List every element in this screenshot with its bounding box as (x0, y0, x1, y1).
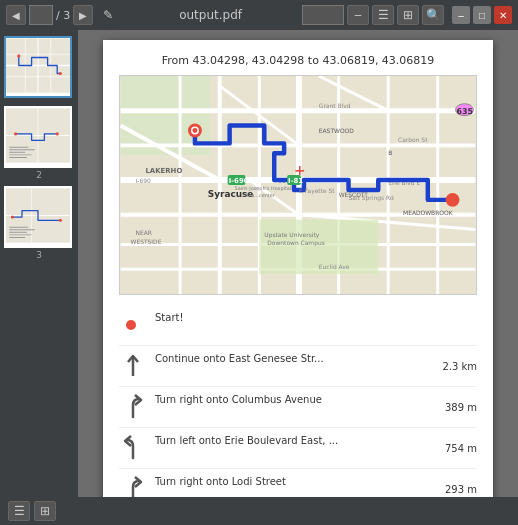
edit-icon[interactable]: ✎ (97, 5, 119, 25)
view-mode-button[interactable]: ⊞ (397, 5, 419, 25)
dir-text-4: Turn right onto Lodi Street (155, 475, 427, 489)
zoom-input[interactable]: 100% (302, 5, 344, 25)
svg-text:LAKERHO: LAKERHO (145, 167, 182, 175)
pdf-content: From 43.04298, 43.04298 to 43.06819, 43.… (78, 30, 518, 497)
page-number-input[interactable]: 1 (29, 5, 53, 25)
svg-rect-15 (9, 149, 35, 150)
svg-point-8 (59, 72, 62, 75)
direction-row-3: Turn left onto Erie Boulevard East, ... … (119, 428, 477, 469)
zoom-menu-button[interactable]: ☰ (372, 5, 394, 25)
svg-rect-24 (9, 227, 28, 228)
svg-rect-14 (9, 147, 28, 148)
svg-text:WESTSIDE: WESTSIDE (131, 238, 162, 245)
dir-dist-2: 389 m (435, 402, 477, 413)
dir-text-2: Turn right onto Columbus Avenue (155, 393, 427, 407)
svg-rect-26 (9, 232, 27, 233)
svg-text:635: 635 (457, 107, 474, 116)
thumb-map-3 (6, 188, 70, 243)
bottombar: ☰ ⊞ (0, 497, 518, 525)
pdf-page: From 43.04298, 43.04298 to 43.06819, 43.… (103, 40, 493, 497)
dir-dist-1: 2.3 km (435, 361, 477, 372)
svg-point-22 (11, 216, 14, 219)
svg-text:E Fayette St: E Fayette St (299, 187, 335, 195)
svg-point-23 (59, 219, 62, 222)
svg-text:Upstate University: Upstate University (264, 231, 319, 239)
close-button[interactable]: ✕ (494, 6, 512, 24)
window-controls: – □ ✕ (452, 6, 512, 24)
svg-point-12 (14, 132, 17, 135)
svg-text:I-690: I-690 (135, 177, 150, 184)
sidebar: 2 3 (0, 30, 78, 497)
svg-text:Grant Blvd: Grant Blvd (319, 102, 351, 109)
dir-text-1: Continue onto East Genesee Str... (155, 352, 427, 366)
page-total: / 3 (56, 9, 70, 22)
turn-left-icon (119, 434, 147, 462)
thumb-frame-2 (4, 106, 72, 168)
start-icon (119, 311, 147, 339)
thumb-map-1 (6, 38, 70, 93)
zoom-out-button[interactable]: – (347, 5, 369, 25)
page-header: From 43.04298, 43.04298 to 43.06819, 43.… (162, 54, 435, 67)
svg-rect-18 (9, 157, 27, 158)
bottombar-btn-2[interactable]: ⊞ (34, 501, 56, 521)
thumbnail-1[interactable] (4, 36, 74, 100)
dir-dist-4: 293 m (435, 484, 477, 495)
turn-right-icon (119, 393, 147, 421)
thumbnail-2[interactable]: 2 (4, 106, 74, 180)
dir-dist-3: 754 m (435, 443, 477, 454)
svg-text:Carbon St: Carbon St (398, 136, 428, 143)
thumb-frame-3 (4, 186, 72, 248)
svg-point-71 (192, 128, 197, 133)
svg-rect-16 (9, 152, 25, 153)
dir-text-3: Turn left onto Erie Boulevard East, ... (155, 434, 427, 448)
svg-rect-17 (9, 154, 31, 155)
straight-icon (119, 352, 147, 380)
svg-text:B: B (388, 149, 392, 156)
map-svg: LAKERHO NEAR WESTSIDE EASTWOOD B Syracus… (120, 76, 476, 294)
page-navigation: ◀ 1 / 3 ▶ (6, 5, 93, 25)
map-image: LAKERHO NEAR WESTSIDE EASTWOOD B Syracus… (119, 75, 477, 295)
minimize-button[interactable]: – (452, 6, 470, 24)
svg-text:Saint-Joseph's Hospital: Saint-Joseph's Hospital (235, 185, 292, 192)
direction-row-2: Turn right onto Columbus Avenue 389 m (119, 387, 477, 428)
start-dot (126, 320, 136, 330)
main-area: 2 3 (0, 30, 518, 497)
direction-row-start: Start! (119, 305, 477, 346)
document-title: output.pdf (123, 8, 298, 22)
svg-text:Salt Springs Rd: Salt Springs Rd (349, 194, 395, 202)
svg-text:I-690: I-690 (229, 177, 249, 185)
svg-rect-25 (9, 229, 35, 230)
svg-text:EASTWOOD: EASTWOOD (319, 127, 354, 134)
svg-text:Hea...center: Hea...center (244, 192, 275, 198)
thumb-num-3: 3 (4, 250, 74, 260)
bottombar-btn-1[interactable]: ☰ (8, 501, 30, 521)
next-page-button[interactable]: ▶ (73, 5, 93, 25)
svg-text:NEAR: NEAR (135, 229, 151, 236)
search-button[interactable]: 🔍 (422, 5, 444, 25)
direction-row-1: Continue onto East Genesee Str... 2.3 km (119, 346, 477, 387)
maximize-button[interactable]: □ (473, 6, 491, 24)
prev-page-button[interactable]: ◀ (6, 5, 26, 25)
thumb-map-2 (6, 108, 70, 163)
turn-right-2-icon (119, 475, 147, 497)
dir-text-start: Start! (155, 311, 427, 325)
svg-point-7 (17, 54, 20, 57)
thumb-num-2: 2 (4, 170, 74, 180)
svg-rect-27 (9, 234, 31, 235)
thumb-frame-1 (4, 36, 72, 98)
zoom-controls: 100% – ☰ ⊞ 🔍 (302, 5, 444, 25)
direction-row-4: Turn right onto Lodi Street 293 m (119, 469, 477, 497)
svg-text:Downtown Campus: Downtown Campus (267, 239, 325, 247)
svg-text:Euclid Ave: Euclid Ave (319, 263, 350, 270)
svg-text:I-81: I-81 (288, 177, 303, 185)
directions-list: Start! Continue onto East Genesee Str...… (119, 305, 477, 497)
svg-point-72 (446, 193, 460, 207)
svg-point-13 (56, 132, 59, 135)
titlebar: ◀ 1 / 3 ▶ ✎ output.pdf 100% – ☰ ⊞ 🔍 – □ … (0, 0, 518, 30)
svg-rect-28 (9, 237, 25, 238)
thumbnail-3[interactable]: 3 (4, 186, 74, 260)
svg-text:MEADOWBROOK: MEADOWBROOK (403, 209, 454, 216)
